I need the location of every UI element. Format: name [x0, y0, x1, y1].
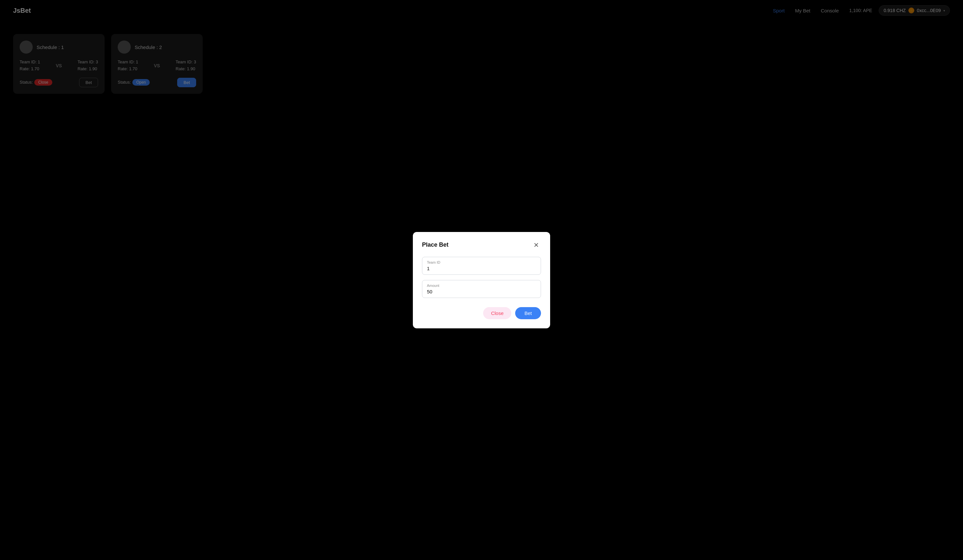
modal-close-button[interactable]: ✕: [532, 241, 541, 249]
team-id-value: 1: [427, 265, 536, 271]
place-bet-modal: Place Bet ✕ Team ID 1 Amount 50 Close Be…: [413, 232, 550, 329]
team-id-input-wrapper[interactable]: Team ID 1: [422, 257, 541, 275]
modal-overlay: Place Bet ✕ Team ID 1 Amount 50 Close Be…: [0, 0, 963, 560]
amount-input-wrapper[interactable]: Amount 50: [422, 280, 541, 298]
modal-title: Place Bet: [422, 241, 449, 248]
amount-value: 50: [427, 289, 536, 295]
modal-header: Place Bet ✕: [422, 241, 541, 249]
modal-footer: Close Bet: [422, 307, 541, 319]
amount-label: Amount: [427, 283, 536, 288]
modal-bet-btn[interactable]: Bet: [515, 307, 541, 319]
team-id-group: Team ID 1: [422, 257, 541, 275]
team-id-label: Team ID: [427, 261, 536, 264]
amount-group: Amount 50: [422, 280, 541, 298]
modal-close-btn[interactable]: Close: [483, 307, 511, 319]
